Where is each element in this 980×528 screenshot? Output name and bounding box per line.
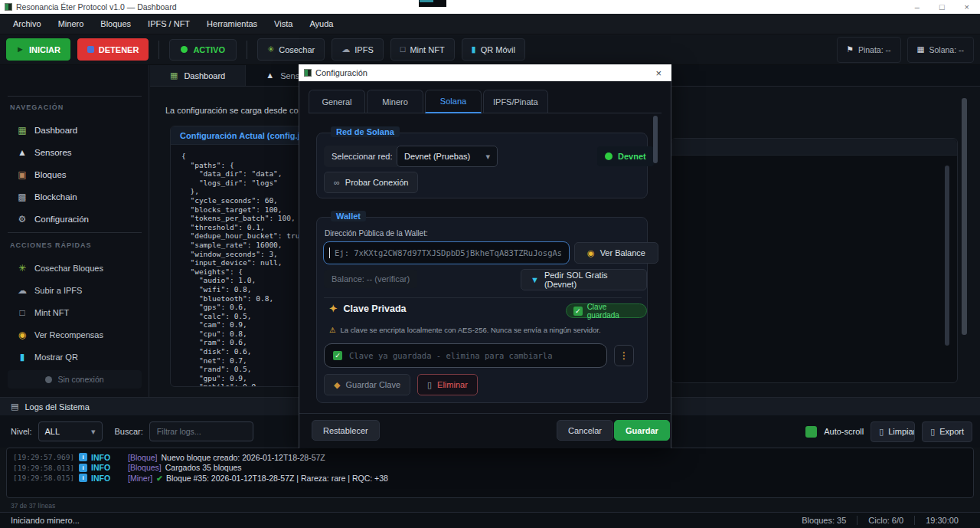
tab-solana[interactable]: Solana (425, 90, 482, 113)
config-info-text: La configuración se carga desde config.j (165, 106, 316, 115)
minimize-button[interactable]: – (915, 2, 920, 11)
tab-dashboard[interactable]: Dashboard (150, 65, 246, 86)
save-key-button[interactable]: Guardar Clave (324, 374, 410, 395)
start-button[interactable]: INICIAR (6, 38, 70, 61)
wallet-address-input[interactable] (323, 241, 570, 264)
reset-button[interactable]: Restablecer (312, 420, 380, 441)
background-panel-header (671, 139, 957, 156)
nav-item-label: Sensores (34, 148, 72, 157)
menu-item[interactable]: Herramientas (198, 19, 266, 28)
divider (8, 96, 142, 97)
connection-status: Sin conexión (8, 370, 142, 389)
nav-item-label: Configuración (34, 215, 89, 224)
quick-action-item[interactable]: Cosechar Bloques (0, 257, 149, 279)
view-balance-button[interactable]: Ver Balance (574, 242, 658, 264)
clear-logs-button[interactable]: Limpiar (871, 421, 915, 442)
harvest-button[interactable]: Cosechar (257, 38, 325, 61)
sidebar-nav-item[interactable]: Blockchain (0, 185, 149, 208)
nav-item-icon (17, 148, 28, 157)
select-network-label: Seleccionar red: (324, 146, 400, 167)
nft-frame-icon (400, 45, 406, 54)
maximize-button[interactable]: □ (939, 2, 945, 11)
money-icon (587, 249, 595, 257)
log-level: INFO (79, 463, 128, 472)
status-message: Iniciando minero... (11, 516, 80, 525)
sidebar-nav-item[interactable]: Configuración (0, 208, 149, 230)
app-window: Resonancia Éter Protocol v1.0 — Dashboar… (0, 0, 980, 528)
sidebar-nav-item[interactable]: Sensores (0, 141, 149, 163)
delete-key-button[interactable]: Eliminar (417, 374, 478, 395)
cancel-button[interactable]: Cancelar (557, 420, 613, 441)
stop-button[interactable]: DETENER (77, 38, 149, 61)
private-key-input[interactable] (324, 343, 607, 368)
overlay-artifact (419, 0, 446, 7)
level-label: Nivel: (11, 427, 32, 436)
devnet-dot-icon (605, 152, 612, 160)
pinata-status: Pinata: -- (837, 37, 901, 63)
key-visibility-button[interactable] (614, 345, 634, 366)
network-select[interactable]: Devnet (Pruebas) (397, 146, 498, 167)
log-timestamp: [19:29:58.013] (13, 464, 79, 472)
window-scrollbar[interactable] (962, 98, 967, 335)
status-cycle: Ciclo: 6/0 (857, 516, 914, 525)
key-warning: La clave se encripta localmente con AES-… (329, 326, 601, 334)
dialog-scrollbar[interactable] (653, 116, 658, 163)
pinata-icon (847, 45, 854, 54)
save-button[interactable]: Guardar (614, 420, 670, 441)
menu-item[interactable]: Ayuda (301, 19, 341, 28)
tab-ipfs-pinata[interactable]: IPFS/Pinata (483, 90, 548, 113)
key-saved-badge: Clave guardada (566, 303, 647, 318)
quick-action-item[interactable]: Mostrar QR (0, 346, 149, 368)
wallet-group: Wallet Dirección Pública de la Wallet: V… (316, 217, 648, 403)
solana-status: Solana: -- (907, 37, 974, 63)
action-item-icon (17, 330, 28, 339)
action-item-icon (17, 264, 28, 273)
sensors-tab-icon (266, 71, 274, 80)
dialog-close-button[interactable]: × (651, 67, 666, 79)
dialog-titlebar: Configuración × (299, 64, 671, 81)
toolbar-separator (247, 41, 247, 59)
nav-item-icon (17, 170, 28, 179)
status-clock: 19:30:00 (914, 516, 969, 525)
action-item-label: Mint NFT (34, 308, 69, 317)
background-panel-scrollbar[interactable] (945, 166, 949, 346)
faucet-button[interactable]: Pedir SOL Gratis (Devnet) (521, 269, 647, 290)
quick-action-item[interactable]: Ver Recompensas (0, 323, 149, 346)
tab-minero[interactable]: Minero (367, 90, 423, 113)
menu-bar: ArchivoMineroBloquesIPFS / NFTHerramient… (0, 14, 980, 34)
log-level: INFO (79, 453, 128, 462)
tab-general[interactable]: General (309, 90, 365, 113)
network-group-title: Red de Solana (331, 126, 400, 137)
menu-item[interactable]: Bloques (92, 19, 139, 28)
sidebar-nav-item[interactable]: Bloques (0, 163, 149, 185)
nav-item-label: Bloques (34, 170, 67, 179)
network-group: Red de Solana Seleccionar red: Devnet (P… (316, 133, 648, 198)
status-blocks: Bloques: 35 (791, 516, 857, 525)
warning-icon (329, 326, 336, 334)
menu-item[interactable]: IPFS / NFT (139, 19, 198, 28)
menu-item[interactable]: Minero (50, 19, 93, 28)
sidebar-nav-item[interactable]: Dashboard (0, 119, 149, 141)
autoscroll-checkbox[interactable] (805, 426, 817, 438)
test-connection-button[interactable]: Probar Conexión (324, 172, 418, 193)
status-bar: Iniciando minero... Bloques: 35 Ciclo: 6… (0, 512, 980, 528)
menu-item[interactable]: Archivo (5, 19, 50, 28)
close-button[interactable]: × (965, 2, 969, 11)
quick-action-item[interactable]: Subir a IPFS (0, 279, 149, 301)
quick-action-item[interactable]: Mint NFT (0, 301, 149, 323)
mint-nft-button[interactable]: Mint NFT (390, 38, 455, 61)
log-list[interactable]: [19:29:57.969] INFO [Bloque] Nuevo bloqu… (6, 448, 974, 498)
level-select[interactable]: ALL (38, 421, 103, 441)
settings-dialog: Configuración × General Minero Solana IP… (299, 64, 671, 448)
action-item-icon (17, 286, 28, 295)
qr-mobile-button[interactable]: QR Móvil (462, 38, 525, 61)
log-filter-input[interactable] (149, 421, 253, 441)
solana-icon (917, 45, 925, 54)
dialog-footer: Restablecer Cancelar Guardar (299, 413, 671, 448)
ipfs-button[interactable]: IPFS (332, 38, 383, 61)
nav-item-label: Blockchain (34, 192, 77, 202)
log-row: [19:29:58.015] INFO [Miner] ✔ Bloque #35… (13, 473, 967, 484)
export-logs-button[interactable]: Export (922, 421, 972, 442)
log-timestamp: [19:29:57.969] (13, 453, 79, 461)
menu-item[interactable]: Vista (266, 19, 301, 28)
